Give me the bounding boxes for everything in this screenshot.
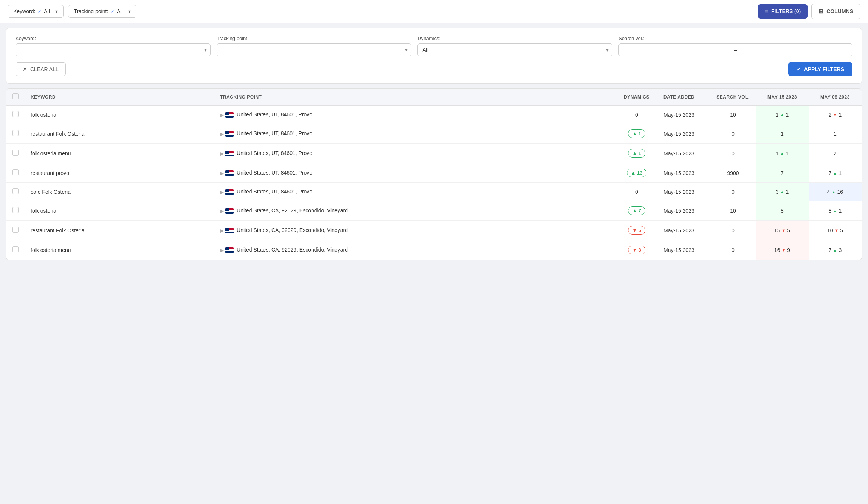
top-bar: Keyword: ✓ All ▾ Tracking point: ✓ All ▾… <box>0 0 868 23</box>
date-cell: May-15 2023 <box>657 183 710 201</box>
dynamics-select-wrapper: All <box>417 43 612 56</box>
header-dynamics: DYNAMICS <box>616 89 657 105</box>
header-date: DATE ADDED <box>657 89 710 105</box>
select-all-checkbox[interactable] <box>12 93 19 99</box>
clear-all-button[interactable]: ✕ CLEAR ALL <box>16 62 66 76</box>
table-row: restaurant Folk Osteria ▶ United States,… <box>6 221 862 240</box>
keyword-arrow-icon: ▾ <box>55 8 58 14</box>
may8-arrow-up: ▲ <box>833 171 837 175</box>
tracking-filter-group: Tracking point: <box>217 36 412 56</box>
header-checkbox[interactable] <box>6 89 25 105</box>
filter-lines-icon: ≡ <box>765 8 768 15</box>
dynamics-cell: ▼ 3 <box>616 240 657 260</box>
may15-value: 8 <box>781 208 784 214</box>
dynamics-badge-down: ▼ 3 <box>628 246 645 254</box>
nav-icon: ▶ <box>220 247 224 253</box>
keyword-cell: cafe Folk Osteria <box>25 183 214 201</box>
dynamics-select[interactable]: All <box>417 43 612 56</box>
flag-icon <box>225 228 234 233</box>
may15-cell: 1 <box>756 124 809 144</box>
may8-value: 1 <box>834 131 837 137</box>
keyword-dropdown[interactable]: Keyword: ✓ All ▾ <box>8 5 64 18</box>
tracking-dropdown[interactable]: Tracking point: ✓ All ▾ <box>68 5 136 18</box>
row-checkbox[interactable] <box>12 130 19 136</box>
searchvol-cell: 0 <box>710 240 756 260</box>
keyword-label: Keyword: <box>13 8 35 14</box>
searchvol-filter-label: Search vol.: <box>618 36 852 41</box>
apply-filters-button[interactable]: ✓ APPLY FILTERS <box>788 62 852 76</box>
columns-icon: ⊞ <box>818 8 823 15</box>
dynamics-cell: ▲ 13 <box>616 163 657 183</box>
searchvol-filter-group: Search vol.: – <box>618 36 852 56</box>
filters-button[interactable]: ≡ FILTERS (0) <box>758 4 808 19</box>
may15-arrow-up: ▲ <box>780 151 784 156</box>
may15-arrow-down: ▼ <box>781 228 786 233</box>
may15-value: 16 ▼ 9 <box>774 247 790 253</box>
table-row: cafe Folk Osteria ▶ United States, UT, 8… <box>6 183 862 201</box>
date-cell: May-15 2023 <box>657 221 710 240</box>
nav-icon: ▶ <box>220 170 224 176</box>
dynamics-cell: 0 <box>616 183 657 201</box>
may8-cell: 2 <box>809 144 862 163</box>
may15-cell: 16 ▼ 9 <box>756 240 809 260</box>
flag-icon <box>225 170 234 176</box>
date-cell: May-15 2023 <box>657 144 710 163</box>
searchvol-cell: 10 <box>710 105 756 124</box>
keyword-select[interactable] <box>16 43 211 56</box>
may8-value: 8 ▲ 1 <box>829 208 842 214</box>
main-table: KEYWORD TRACKING POINT DYNAMICS DATE ADD… <box>6 89 862 260</box>
keyword-filter-label: Keyword: <box>16 36 211 41</box>
row-checkbox[interactable] <box>12 188 19 194</box>
keyword-cell: folk osteria <box>25 105 214 124</box>
filter-panel: Keyword: Tracking point: Dynamics: All <box>6 28 862 84</box>
row-checkbox[interactable] <box>12 169 19 175</box>
date-cell: May-15 2023 <box>657 163 710 183</box>
may15-arrow-up: ▲ <box>780 190 784 194</box>
main-table-container: KEYWORD TRACKING POINT DYNAMICS DATE ADD… <box>6 88 862 260</box>
tracking-cell: ▶ United States, UT, 84601, Provo <box>214 124 616 144</box>
keyword-cell: folk osteria <box>25 201 214 221</box>
tracking-location: United States, UT, 84601, Provo <box>237 150 312 156</box>
searchvol-range[interactable]: – <box>618 43 852 56</box>
may8-value: 10 ▼ 5 <box>827 227 843 233</box>
row-checkbox[interactable] <box>12 227 19 233</box>
tracking-cell: ▶ United States, UT, 84601, Provo <box>214 183 616 201</box>
tracking-cell: ▶ United States, CA, 92029, Escondido, V… <box>214 221 616 240</box>
may15-cell: 1 ▲ 1 <box>756 105 809 124</box>
tracking-cell: ▶ United States, CA, 92029, Escondido, V… <box>214 201 616 221</box>
columns-button[interactable]: ⊞ COLUMNS <box>811 4 860 19</box>
row-checkbox[interactable] <box>12 246 19 252</box>
dynamics-badge-down: ▼ 5 <box>628 226 645 235</box>
row-checkbox[interactable] <box>12 111 19 117</box>
flag-icon <box>225 151 234 156</box>
tracking-label: Tracking point: <box>74 8 108 14</box>
row-checkbox[interactable] <box>12 207 19 213</box>
flag-icon <box>225 189 234 195</box>
dynamics-filter-group: Dynamics: All <box>417 36 612 56</box>
tracking-arrow-icon: ▾ <box>128 8 131 14</box>
tracking-cell: ▶ United States, UT, 84601, Provo <box>214 105 616 124</box>
may15-cell: 15 ▼ 5 <box>756 221 809 240</box>
tracking-select-wrapper <box>217 43 412 56</box>
nav-icon: ▶ <box>220 131 224 137</box>
header-may8: MAY-08 2023 <box>809 89 862 105</box>
clear-x-icon: ✕ <box>23 66 27 72</box>
may15-value: 1 ▲ 1 <box>776 112 789 118</box>
may15-arrow-up: ▲ <box>780 113 784 117</box>
may8-value: 2 <box>834 150 837 156</box>
top-bar-right: ≡ FILTERS (0) ⊞ COLUMNS <box>758 4 860 19</box>
may8-cell: 7 ▲ 3 <box>809 240 862 260</box>
header-tracking: TRACKING POINT <box>214 89 616 105</box>
tracking-location: United States, CA, 92029, Escondido, Vin… <box>237 247 348 253</box>
may8-cell: 2 ▼ 1 <box>809 105 862 124</box>
may15-arrow-down: ▼ <box>781 248 786 252</box>
date-cell: May-15 2023 <box>657 201 710 221</box>
tracking-value: All <box>117 8 123 14</box>
may8-arrow-up: ▲ <box>832 190 836 194</box>
may8-arrow-down: ▼ <box>833 113 837 117</box>
dynamics-cell: ▲ 7 <box>616 201 657 221</box>
table-row: folk osteria menu ▶ United States, UT, 8… <box>6 144 862 163</box>
searchvol-cell: 0 <box>710 144 756 163</box>
tracking-select[interactable] <box>217 43 412 56</box>
row-checkbox[interactable] <box>12 150 19 156</box>
